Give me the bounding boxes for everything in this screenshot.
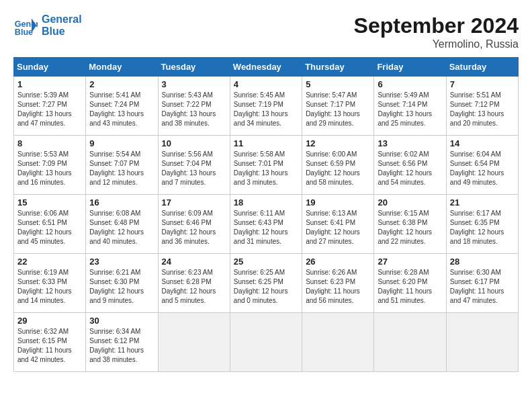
calendar-week-row: 15Sunrise: 6:06 AMSunset: 6:51 PMDayligh… (14, 195, 519, 254)
cell-content: Sunrise: 5:51 AMSunset: 7:12 PMDaylight:… (450, 91, 504, 127)
calendar-cell: 18Sunrise: 6:11 AMSunset: 6:43 PMDayligh… (230, 195, 302, 254)
calendar-cell: 2Sunrise: 5:41 AMSunset: 7:24 PMDaylight… (86, 77, 158, 136)
title-area: September 2024 Yermolino, Russia (354, 13, 519, 50)
weekday-header: Monday (86, 58, 158, 77)
cell-content: Sunrise: 6:06 AMSunset: 6:51 PMDaylight:… (17, 210, 72, 245)
calendar-week-row: 22Sunrise: 6:19 AMSunset: 6:33 PMDayligh… (14, 254, 519, 313)
calendar-week-row: 29Sunrise: 6:32 AMSunset: 6:15 PMDayligh… (14, 313, 519, 372)
cell-content: Sunrise: 5:53 AMSunset: 7:09 PMDaylight:… (17, 150, 72, 186)
day-number: 17 (162, 197, 226, 208)
calendar-cell: 30Sunrise: 6:34 AMSunset: 6:12 PMDayligh… (86, 313, 158, 372)
day-number: 4 (234, 79, 298, 89)
day-number: 11 (234, 138, 298, 148)
calendar-cell: 1Sunrise: 5:39 AMSunset: 7:27 PMDaylight… (14, 77, 86, 136)
day-number: 18 (234, 197, 298, 208)
cell-content: Sunrise: 5:41 AMSunset: 7:24 PMDaylight:… (89, 91, 144, 127)
cell-content: Sunrise: 6:32 AMSunset: 6:15 PMDaylight:… (17, 328, 72, 363)
day-number: 23 (89, 257, 154, 267)
logo: General Blue GeneralBlue (13, 13, 82, 38)
cell-content: Sunrise: 5:49 AMSunset: 7:14 PMDaylight:… (378, 91, 432, 127)
day-number: 29 (17, 316, 82, 326)
weekday-header: Friday (374, 58, 446, 77)
logo-icon: General Blue (13, 13, 38, 38)
cell-content: Sunrise: 5:43 AMSunset: 7:22 PMDaylight:… (162, 91, 216, 127)
cell-content: Sunrise: 6:26 AMSunset: 6:23 PMDaylight:… (306, 269, 360, 304)
day-number: 16 (89, 197, 154, 208)
day-number: 12 (306, 138, 370, 148)
cell-content: Sunrise: 6:09 AMSunset: 6:46 PMDaylight:… (162, 210, 216, 245)
day-number: 30 (89, 316, 154, 326)
calendar-cell (158, 313, 230, 372)
calendar-cell (230, 313, 302, 372)
cell-content: Sunrise: 6:04 AMSunset: 6:54 PMDaylight:… (450, 150, 504, 186)
cell-content: Sunrise: 6:00 AMSunset: 6:59 PMDaylight:… (306, 150, 360, 186)
cell-content: Sunrise: 6:30 AMSunset: 6:17 PMDaylight:… (450, 269, 504, 304)
cell-content: Sunrise: 5:56 AMSunset: 7:04 PMDaylight:… (162, 150, 216, 186)
weekday-header: Wednesday (230, 58, 302, 77)
month-title: September 2024 (354, 13, 519, 38)
calendar-cell: 22Sunrise: 6:19 AMSunset: 6:33 PMDayligh… (14, 254, 86, 313)
cell-content: Sunrise: 6:21 AMSunset: 6:30 PMDaylight:… (89, 269, 144, 304)
day-number: 19 (306, 197, 370, 208)
location: Yermolino, Russia (354, 38, 519, 50)
calendar-cell: 6Sunrise: 5:49 AMSunset: 7:14 PMDaylight… (374, 77, 446, 136)
calendar-cell: 24Sunrise: 6:23 AMSunset: 6:28 PMDayligh… (158, 254, 230, 313)
cell-content: Sunrise: 5:58 AMSunset: 7:01 PMDaylight:… (234, 150, 288, 186)
cell-content: Sunrise: 6:11 AMSunset: 6:43 PMDaylight:… (234, 210, 288, 245)
calendar-cell: 13Sunrise: 6:02 AMSunset: 6:56 PMDayligh… (374, 136, 446, 195)
calendar-cell: 25Sunrise: 6:25 AMSunset: 6:25 PMDayligh… (230, 254, 302, 313)
calendar-cell: 16Sunrise: 6:08 AMSunset: 6:48 PMDayligh… (86, 195, 158, 254)
header: General Blue GeneralBlue September 2024 … (13, 13, 519, 50)
logo-text: GeneralBlue (42, 13, 82, 38)
calendar-cell: 4Sunrise: 5:45 AMSunset: 7:19 PMDaylight… (230, 77, 302, 136)
calendar-week-row: 1Sunrise: 5:39 AMSunset: 7:27 PMDaylight… (14, 77, 519, 136)
cell-content: Sunrise: 6:23 AMSunset: 6:28 PMDaylight:… (162, 269, 216, 304)
weekday-header-row: SundayMondayTuesdayWednesdayThursdayFrid… (14, 58, 519, 77)
day-number: 6 (378, 79, 442, 89)
calendar-cell: 26Sunrise: 6:26 AMSunset: 6:23 PMDayligh… (302, 254, 374, 313)
calendar-cell: 3Sunrise: 5:43 AMSunset: 7:22 PMDaylight… (158, 77, 230, 136)
calendar-cell: 5Sunrise: 5:47 AMSunset: 7:17 PMDaylight… (302, 77, 374, 136)
day-number: 2 (89, 79, 154, 89)
day-number: 3 (162, 79, 226, 89)
day-number: 26 (306, 257, 370, 267)
day-number: 24 (162, 257, 226, 267)
day-number: 25 (234, 257, 298, 267)
day-number: 9 (89, 138, 154, 148)
calendar-cell: 28Sunrise: 6:30 AMSunset: 6:17 PMDayligh… (446, 254, 518, 313)
cell-content: Sunrise: 6:08 AMSunset: 6:48 PMDaylight:… (89, 210, 144, 245)
cell-content: Sunrise: 6:15 AMSunset: 6:38 PMDaylight:… (378, 210, 432, 245)
calendar-cell: 19Sunrise: 6:13 AMSunset: 6:41 PMDayligh… (302, 195, 374, 254)
day-number: 21 (450, 197, 515, 208)
day-number: 22 (17, 257, 82, 267)
calendar-cell: 11Sunrise: 5:58 AMSunset: 7:01 PMDayligh… (230, 136, 302, 195)
calendar-cell: 23Sunrise: 6:21 AMSunset: 6:30 PMDayligh… (86, 254, 158, 313)
calendar-cell: 12Sunrise: 6:00 AMSunset: 6:59 PMDayligh… (302, 136, 374, 195)
cell-content: Sunrise: 5:39 AMSunset: 7:27 PMDaylight:… (17, 91, 72, 127)
day-number: 1 (17, 79, 82, 89)
calendar-cell (302, 313, 374, 372)
calendar-cell (374, 313, 446, 372)
day-number: 27 (378, 257, 442, 267)
calendar-week-row: 8Sunrise: 5:53 AMSunset: 7:09 PMDaylight… (14, 136, 519, 195)
day-number: 7 (450, 79, 515, 89)
calendar-table: SundayMondayTuesdayWednesdayThursdayFrid… (13, 57, 519, 372)
cell-content: Sunrise: 6:19 AMSunset: 6:33 PMDaylight:… (17, 269, 72, 304)
calendar-cell: 8Sunrise: 5:53 AMSunset: 7:09 PMDaylight… (14, 136, 86, 195)
cell-content: Sunrise: 6:17 AMSunset: 6:35 PMDaylight:… (450, 210, 504, 245)
cell-content: Sunrise: 6:13 AMSunset: 6:41 PMDaylight:… (306, 210, 360, 245)
calendar-cell: 14Sunrise: 6:04 AMSunset: 6:54 PMDayligh… (446, 136, 518, 195)
day-number: 10 (162, 138, 226, 148)
weekday-header: Saturday (446, 58, 518, 77)
cell-content: Sunrise: 5:47 AMSunset: 7:17 PMDaylight:… (306, 91, 360, 127)
weekday-header: Tuesday (158, 58, 230, 77)
svg-text:Blue: Blue (15, 28, 33, 37)
weekday-header: Thursday (302, 58, 374, 77)
calendar-cell: 7Sunrise: 5:51 AMSunset: 7:12 PMDaylight… (446, 77, 518, 136)
weekday-header: Sunday (14, 58, 86, 77)
day-number: 15 (17, 197, 82, 208)
calendar-cell: 27Sunrise: 6:28 AMSunset: 6:20 PMDayligh… (374, 254, 446, 313)
cell-content: Sunrise: 5:54 AMSunset: 7:07 PMDaylight:… (89, 150, 144, 186)
calendar-cell: 9Sunrise: 5:54 AMSunset: 7:07 PMDaylight… (86, 136, 158, 195)
cell-content: Sunrise: 6:25 AMSunset: 6:25 PMDaylight:… (234, 269, 288, 304)
